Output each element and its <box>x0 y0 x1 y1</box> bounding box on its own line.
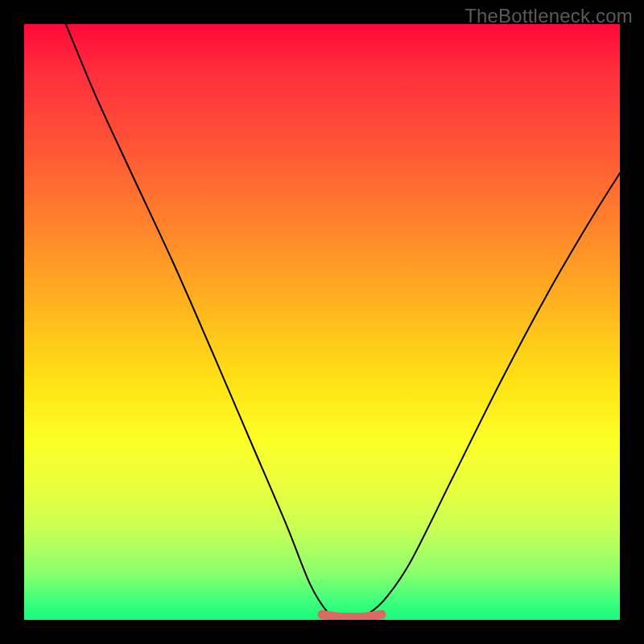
plot-area <box>24 24 620 620</box>
chart-frame: TheBottleneck.com <box>0 0 644 644</box>
watermark-text: TheBottleneck.com <box>464 5 633 27</box>
flat-bottom-highlight <box>322 614 382 617</box>
highlight-svg <box>24 24 620 620</box>
